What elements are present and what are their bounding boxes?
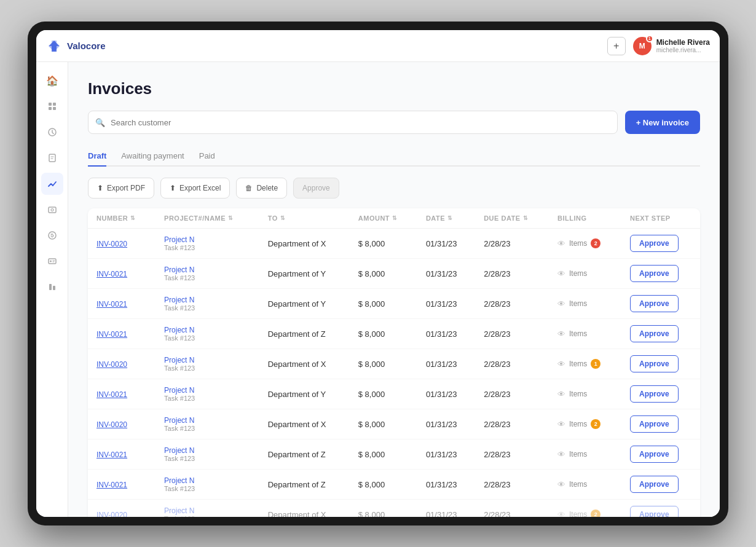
cell-project: Project N Task #123 — [156, 319, 259, 349]
cell-number: INV-0020 — [88, 349, 156, 379]
cell-date: 01/31/23 — [417, 379, 475, 409]
task-name: Task #123 — [164, 364, 251, 372]
content-area: Invoices 🔍 + New invoice Draft Awaiting … — [68, 62, 720, 517]
cell-due-date: 2/28/23 — [475, 439, 549, 470]
invoice-link[interactable]: INV-0021 — [96, 330, 127, 339]
cell-to: Department of Y — [259, 379, 350, 409]
cell-next-step: Approve — [621, 229, 700, 259]
sidebar-item-media[interactable] — [41, 199, 63, 221]
cell-number: INV-0021 — [88, 289, 156, 319]
main-layout: 🏠 — [36, 62, 720, 517]
logo-icon — [46, 38, 62, 54]
invoice-link[interactable]: INV-0021 — [96, 451, 127, 459]
sidebar-item-book[interactable] — [41, 147, 63, 169]
tab-paid[interactable]: Paid — [199, 146, 215, 167]
svg-rect-14 — [53, 286, 55, 290]
invoice-link[interactable]: INV-0021 — [96, 300, 127, 309]
svg-rect-5 — [53, 107, 56, 110]
cell-date: 01/31/23 — [417, 349, 475, 379]
invoice-link[interactable]: INV-0020 — [96, 240, 127, 248]
table-row: INV-0021 Project N Task #123 Department … — [88, 289, 700, 319]
cell-project: Project N Task #123 — [156, 229, 259, 259]
project-name: Project N — [164, 356, 251, 364]
sidebar-item-time[interactable] — [41, 121, 63, 143]
delete-icon: 🗑 — [245, 184, 253, 192]
topbar: Valocore + M 1 Michelle Rivera michelle.… — [36, 30, 720, 62]
app-name: Valocore — [67, 41, 106, 51]
eye-icon: 👁 — [557, 360, 565, 369]
eye-icon: 👁 — [557, 450, 565, 459]
col-billing: BILLING — [549, 208, 621, 229]
sidebar-item-projects[interactable] — [41, 95, 63, 117]
sidebar-item-analytics[interactable] — [41, 173, 63, 195]
cell-date: 01/31/23 — [417, 229, 475, 259]
approve-button[interactable]: Approve — [630, 446, 679, 463]
invoice-link[interactable]: INV-0020 — [96, 360, 127, 369]
approve-button[interactable]: Approve — [630, 385, 679, 403]
approve-button[interactable]: Approve — [630, 415, 679, 433]
approve-button[interactable]: Approve — [630, 265, 679, 282]
badge-red: 2 — [591, 238, 600, 248]
cell-to: Department of X — [259, 500, 350, 517]
new-invoice-button[interactable]: + New invoice — [625, 111, 700, 134]
invoice-link[interactable]: INV-0021 — [96, 270, 127, 278]
cell-amount: $ 8,000 — [350, 289, 417, 319]
approve-button[interactable]: Approve — [630, 295, 679, 312]
search-input-wrap: 🔍 — [88, 111, 618, 134]
sidebar-item-billing[interactable] — [41, 224, 63, 246]
cell-amount: $ 8,000 — [350, 379, 417, 409]
invoice-link[interactable]: INV-0020 — [96, 511, 127, 517]
invoice-table: NUMBER ⇅ PROJECT#/NAME ⇅ TO ⇅ AMOUNT ⇅ D… — [88, 208, 700, 517]
approve-button[interactable]: Approve — [630, 506, 679, 517]
table-row: INV-0020 Project N Task #123 Department … — [88, 229, 700, 259]
delete-button[interactable]: 🗑 Delete — [236, 178, 287, 199]
cell-next-step: Approve — [621, 289, 700, 319]
approve-button[interactable]: Approve — [630, 325, 679, 342]
approve-button[interactable]: Approve — [630, 476, 679, 493]
cell-due-date: 2/28/23 — [475, 500, 549, 517]
col-number: NUMBER ⇅ — [88, 208, 156, 229]
cell-to: Department of Z — [259, 439, 350, 470]
table-row: INV-0021 Project N Task #123 Department … — [88, 319, 700, 349]
badge-orange: 1 — [591, 359, 600, 369]
svg-rect-11 — [49, 259, 56, 264]
tab-draft[interactable]: Draft — [88, 146, 106, 167]
task-name: Task #123 — [164, 515, 251, 517]
user-area[interactable]: M 1 Michelle Rivera michelle.rivera... — [633, 37, 710, 55]
invoice-link[interactable]: INV-0021 — [96, 481, 127, 489]
search-input[interactable] — [88, 111, 618, 134]
invoice-link[interactable]: INV-0020 — [96, 420, 127, 429]
export-excel-button[interactable]: ⬆ Export Excel — [160, 178, 230, 199]
table-row: INV-0020 Project N Task #123 Department … — [88, 349, 700, 379]
cell-billing: 👁 Items — [549, 319, 621, 349]
cell-date: 01/31/23 — [417, 319, 475, 349]
cell-due-date: 2/28/23 — [475, 409, 549, 439]
cell-number: INV-0021 — [88, 379, 156, 409]
eye-icon: 👁 — [557, 299, 565, 309]
tab-awaiting-payment[interactable]: Awaiting payment — [121, 146, 184, 167]
cell-project: Project N Task #123 — [156, 439, 259, 470]
cell-next-step: Approve — [621, 379, 700, 409]
approve-button[interactable]: Approve — [630, 355, 679, 372]
cell-due-date: 2/28/23 — [475, 259, 549, 289]
approve-button[interactable]: Approve — [630, 235, 679, 252]
task-name: Task #123 — [164, 244, 251, 251]
cell-project: Project N Task #123 — [156, 349, 259, 379]
billing-label: Items — [569, 480, 587, 489]
eye-icon: 👁 — [557, 480, 565, 489]
project-name: Project N — [164, 506, 251, 515]
eye-icon: 👁 — [557, 329, 565, 339]
sidebar-item-reports[interactable] — [41, 276, 63, 298]
search-icon: 🔍 — [95, 118, 105, 127]
cell-amount: $ 8,000 — [350, 409, 417, 439]
cell-project: Project N Task #123 — [156, 259, 259, 289]
svg-rect-13 — [49, 284, 52, 290]
export-pdf-button[interactable]: ⬆ Export PDF — [88, 178, 154, 199]
add-button[interactable]: + — [607, 37, 626, 55]
sidebar-item-id[interactable] — [41, 250, 63, 272]
invoice-link[interactable]: INV-0021 — [96, 390, 127, 399]
cell-number: INV-0020 — [88, 500, 156, 517]
sidebar-item-home[interactable]: 🏠 — [41, 69, 63, 92]
screen: Valocore + M 1 Michelle Rivera michelle.… — [36, 30, 720, 517]
svg-point-10 — [49, 232, 56, 239]
